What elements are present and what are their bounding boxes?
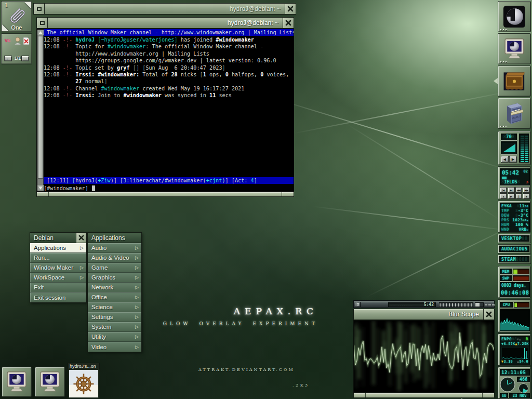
menu-item-audio[interactable]: Audio▷: [88, 243, 141, 253]
terminal-window-back-titlebar[interactable]: hydroJ@debian: ~: [33, 3, 296, 15]
menu-item-game[interactable]: Game▷: [88, 263, 141, 273]
menu-item-window-maker[interactable]: Window Maker▷: [30, 263, 86, 273]
miniaturize-button[interactable]: [34, 4, 45, 14]
audacious-shade-bar[interactable]: ··· ········ 5:42: [353, 300, 495, 308]
menu-item-network[interactable]: Network▷: [88, 283, 141, 292]
dock-tile-drawer[interactable]: [498, 65, 531, 97]
window-title: hydroJ@debian: ~: [45, 4, 285, 14]
irc-chat-log: 12:08 -!- hydroJ [~hydroJ@user/waterjone…: [44, 36, 294, 99]
audacious-close-button[interactable]: [492, 304, 495, 305]
vc-icon[interactable]: Vc: [5, 38, 10, 43]
player-play-button[interactable]: ▶: [508, 193, 515, 199]
menu-item-exit-session[interactable]: Exit session: [30, 292, 86, 302]
player-prev-track-button[interactable]: |◀: [500, 187, 507, 193]
scroll-up-button[interactable]: [37, 30, 44, 35]
close-button[interactable]: [483, 309, 494, 320]
launcher-audacious[interactable]: AUDACIOUS: [498, 244, 531, 254]
clock-dockapp[interactable]: 88:88:88 12:11:05 466 SU 23 NOV: [498, 367, 531, 399]
weather-dockapp[interactable]: EYKA 8 1150 TMP8-3°CDEW8-3°CPRS1023hPaHU…: [498, 201, 531, 233]
drawer-slide-arrow-icon[interactable]: [494, 78, 498, 84]
net-dockapp[interactable]: ENP088 ▼▲ B ▼6.57K ▲7.25K ▼3.19 ▲54.0: [498, 334, 531, 366]
menu-item-label: Exit: [34, 284, 84, 290]
menu-item-label: Game: [91, 264, 135, 271]
audacious-volume-slider[interactable]: [475, 302, 484, 307]
player-eject-button[interactable]: ▲: [500, 193, 507, 199]
file-delete-icon[interactable]: [23, 37, 30, 47]
audacious-display: ··· ········ 5:42: [388, 302, 436, 307]
uptime-days: 0003 days,: [501, 283, 526, 288]
player-forward-button[interactable]: ▶▶: [523, 187, 530, 193]
tray-prev-button[interactable]: ←: [4, 56, 12, 61]
player-next-track-button[interactable]: ▶|: [508, 187, 515, 193]
terminal-scrollbar[interactable]: [37, 30, 44, 191]
mixer-volume-display[interactable]: [501, 141, 517, 154]
close-button[interactable]: [285, 4, 296, 14]
mixer-dockapp[interactable]: 8708 ◀ ▶: [498, 131, 531, 165]
menu-item-science[interactable]: Science▷: [88, 302, 141, 312]
player-dockapp[interactable]: 05:42 02 8IELDS8 ♪ |◀▶|◀◀▶▶▲▶||■: [498, 166, 531, 200]
mixer-value-display: 8708: [501, 134, 517, 140]
window-title: hydroJ@debian: ~: [48, 18, 283, 28]
launcher-steam[interactable]: STEAM8888: [498, 255, 531, 264]
menu-item-utility[interactable]: Utility▷: [88, 332, 141, 342]
blur-scope-resize-bar[interactable]: [353, 393, 495, 398]
miniwindow-terminal-2[interactable]: [35, 367, 65, 397]
menu-item-label: Settings: [91, 314, 135, 320]
mixer-right-button[interactable]: ▶: [509, 156, 517, 163]
cpu-dockapp[interactable]: CPU: [498, 299, 531, 332]
irc-input-line[interactable]: [#windowmaker]: [44, 185, 95, 192]
menu-close-button[interactable]: [76, 233, 86, 243]
menu-item-label: WorkSpace: [34, 274, 80, 281]
wallpaper-subtitle: GLOW OVERLAY EXPERIMENT: [145, 321, 318, 326]
mixer-left-button[interactable]: ◀: [501, 156, 509, 163]
dock-tile-file-cabinet[interactable]: [498, 98, 531, 129]
audacious-menu-button[interactable]: [355, 302, 361, 307]
scroll-down-button[interactable]: [37, 185, 44, 191]
menu-item-settings[interactable]: Settings▷: [88, 312, 141, 322]
terminal-window-titlebar[interactable]: hydroJ@debian: ~: [36, 17, 294, 29]
menu-item-applications[interactable]: Applications▷: [30, 243, 86, 253]
menu-item-label: Window Maker: [34, 264, 80, 271]
workspace-clip[interactable]: 1 One: [1, 1, 32, 32]
terminal-resize-bar[interactable]: [36, 192, 294, 197]
applications-menu: Applications Audio▷Audio & Video▷Game▷Gr…: [87, 232, 142, 352]
menu-item-exit[interactable]: Exit: [30, 283, 86, 292]
tray-next-button[interactable]: →: [21, 56, 29, 61]
user-icon[interactable]: [14, 37, 21, 47]
miniwindow-terminal-1[interactable]: [2, 367, 32, 397]
clock-counter: 466: [517, 377, 530, 382]
player-stop-button[interactable]: ■: [523, 193, 530, 199]
miniwindow-helm[interactable]: [69, 369, 99, 398]
audacious-minimize-button[interactable]: [485, 304, 487, 305]
scrollbar-thumb[interactable]: [38, 36, 43, 179]
clip-next-workspace-arrow[interactable]: [24, 2, 31, 9]
blur-scope-titlebar[interactable]: Blur Scope: [353, 309, 495, 320]
player-rewind-button[interactable]: ◀◀: [515, 187, 523, 193]
audacious-shade-button[interactable]: [488, 304, 491, 305]
menu-item-office[interactable]: Office▷: [88, 292, 141, 302]
dock-tile-terminal[interactable]: [498, 33, 531, 64]
submenu-arrow-icon: ▷: [135, 245, 139, 250]
menu-item-run[interactable]: Run...: [30, 253, 86, 263]
audacious-vis-dots: ··· ········: [389, 303, 424, 307]
miniaturize-button[interactable]: [37, 18, 48, 28]
menu-item-label: System: [91, 324, 135, 330]
window-title: Blur Scope: [354, 309, 483, 320]
menu-item-system[interactable]: System▷: [88, 322, 141, 332]
launcher-vesktop[interactable]: VESKTOP88: [498, 234, 531, 243]
running-indicator: [500, 61, 507, 62]
wallpaper-streak: [312, 206, 513, 232]
player-pause-button[interactable]: ||: [515, 193, 523, 199]
sysmon-dockapp[interactable]: MEM SWP 0003 days, 00:46:08: [498, 266, 531, 298]
menu-item-video[interactable]: Video▷: [88, 342, 141, 352]
submenu-arrow-icon: ▷: [135, 304, 139, 310]
menu-item-workspace[interactable]: WorkSpace▷: [30, 273, 86, 283]
debian-menu-titlebar[interactable]: Debian: [30, 232, 87, 243]
dock-tile-wmaker[interactable]: [498, 1, 531, 32]
menu-item-audio-video[interactable]: Audio & Video▷: [88, 253, 141, 263]
audacious-seek-slider[interactable]: [439, 302, 473, 307]
menu-item-graphics[interactable]: Graphics▷: [88, 273, 141, 283]
applications-menu-titlebar[interactable]: Applications: [87, 232, 142, 243]
icon-tray[interactable]: Vc ← 1/1 →: [1, 33, 32, 64]
close-button[interactable]: [283, 18, 294, 28]
